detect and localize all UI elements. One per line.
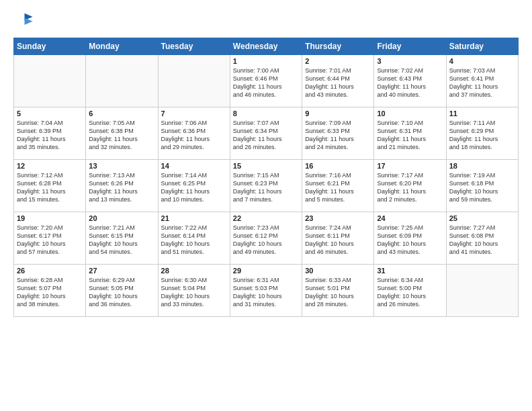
day-info: Sunrise: 7:14 AM Sunset: 6:25 PM Dayligh… [161,171,227,204]
day-info: Sunrise: 6:29 AM Sunset: 5:05 PM Dayligh… [89,276,154,309]
calendar-cell: 22Sunrise: 7:23 AM Sunset: 6:12 PM Dayli… [230,212,302,265]
day-number: 8 [233,109,299,118]
calendar-cell: 18Sunrise: 7:19 AM Sunset: 6:18 PM Dayli… [446,160,518,212]
day-number: 13 [89,162,154,170]
calendar-cell: 15Sunrise: 7:15 AM Sunset: 6:23 PM Dayli… [230,160,302,212]
day-number: 7 [161,109,227,118]
weekday-header-wednesday: Wednesday [230,38,302,55]
weekday-header-friday: Friday [374,38,446,55]
calendar-cell: 30Sunrise: 6:33 AM Sunset: 5:01 PM Dayli… [302,265,374,317]
day-info: Sunrise: 7:21 AM Sunset: 6:15 PM Dayligh… [89,224,154,257]
day-number: 16 [305,162,371,170]
day-number: 19 [17,214,83,222]
day-info: Sunrise: 7:20 AM Sunset: 6:17 PM Dayligh… [17,224,83,257]
day-info: Sunrise: 7:25 AM Sunset: 6:09 PM Dayligh… [377,224,443,257]
calendar-cell: 8Sunrise: 7:07 AM Sunset: 6:34 PM Daylig… [230,107,302,160]
day-number: 14 [161,162,227,170]
logo [13,11,36,31]
day-info: Sunrise: 7:27 AM Sunset: 6:08 PM Dayligh… [449,224,515,257]
day-number: 21 [161,214,227,222]
day-number: 31 [377,267,443,275]
day-number: 17 [377,162,443,170]
day-number: 11 [449,109,515,118]
calendar-cell [158,55,230,107]
day-number: 30 [305,267,371,275]
day-info: Sunrise: 7:19 AM Sunset: 6:18 PM Dayligh… [449,171,515,204]
calendar-body: 1Sunrise: 7:00 AM Sunset: 6:46 PM Daylig… [14,55,519,317]
day-info: Sunrise: 7:01 AM Sunset: 6:44 PM Dayligh… [305,66,371,99]
day-info: Sunrise: 7:04 AM Sunset: 6:39 PM Dayligh… [17,119,83,152]
calendar-cell: 25Sunrise: 7:27 AM Sunset: 6:08 PM Dayli… [446,212,518,265]
day-number: 28 [161,267,227,275]
calendar-week-row: 1Sunrise: 7:00 AM Sunset: 6:46 PM Daylig… [14,55,519,107]
calendar-cell: 20Sunrise: 7:21 AM Sunset: 6:15 PM Dayli… [86,212,158,265]
day-info: Sunrise: 7:24 AM Sunset: 6:11 PM Dayligh… [305,224,371,257]
calendar-cell: 31Sunrise: 6:34 AM Sunset: 5:00 PM Dayli… [374,265,446,317]
calendar-week-row: 26Sunrise: 6:28 AM Sunset: 5:07 PM Dayli… [14,265,519,317]
calendar-cell: 14Sunrise: 7:14 AM Sunset: 6:25 PM Dayli… [158,160,230,212]
svg-marker-1 [25,18,33,26]
day-number: 1 [233,57,299,65]
day-number: 27 [89,267,154,275]
calendar-cell: 9Sunrise: 7:09 AM Sunset: 6:33 PM Daylig… [302,107,374,160]
calendar-cell: 28Sunrise: 6:30 AM Sunset: 5:04 PM Dayli… [158,265,230,317]
day-info: Sunrise: 7:11 AM Sunset: 6:29 PM Dayligh… [449,119,515,152]
calendar-cell: 3Sunrise: 7:02 AM Sunset: 6:43 PM Daylig… [374,55,446,107]
day-number: 4 [449,57,515,65]
calendar-cell: 24Sunrise: 7:25 AM Sunset: 6:09 PM Dayli… [374,212,446,265]
day-info: Sunrise: 7:02 AM Sunset: 6:43 PM Dayligh… [377,66,443,99]
calendar-week-row: 5Sunrise: 7:04 AM Sunset: 6:39 PM Daylig… [14,107,519,160]
day-info: Sunrise: 7:07 AM Sunset: 6:34 PM Dayligh… [233,119,299,152]
day-info: Sunrise: 7:06 AM Sunset: 6:36 PM Dayligh… [161,119,227,152]
day-info: Sunrise: 7:23 AM Sunset: 6:12 PM Dayligh… [233,224,299,257]
calendar-cell: 21Sunrise: 7:22 AM Sunset: 6:14 PM Dayli… [158,212,230,265]
day-info: Sunrise: 6:30 AM Sunset: 5:04 PM Dayligh… [161,276,227,309]
day-number: 5 [17,109,83,118]
calendar-cell: 29Sunrise: 6:31 AM Sunset: 5:03 PM Dayli… [230,265,302,317]
calendar-cell: 6Sunrise: 7:05 AM Sunset: 6:38 PM Daylig… [86,107,158,160]
day-info: Sunrise: 7:15 AM Sunset: 6:23 PM Dayligh… [233,171,299,204]
day-number: 26 [17,267,83,275]
calendar-cell: 10Sunrise: 7:10 AM Sunset: 6:31 PM Dayli… [374,107,446,160]
calendar-cell: 1Sunrise: 7:00 AM Sunset: 6:46 PM Daylig… [230,55,302,107]
day-number: 29 [233,267,299,275]
day-info: Sunrise: 7:22 AM Sunset: 6:14 PM Dayligh… [161,224,227,257]
calendar-cell: 2Sunrise: 7:01 AM Sunset: 6:44 PM Daylig… [302,55,374,107]
day-info: Sunrise: 6:28 AM Sunset: 5:07 PM Dayligh… [17,276,83,309]
calendar-cell: 7Sunrise: 7:06 AM Sunset: 6:36 PM Daylig… [158,107,230,160]
day-number: 2 [305,57,371,65]
calendar-cell [14,55,86,107]
weekday-header-monday: Monday [86,38,158,55]
calendar-cell [446,265,518,317]
calendar-week-row: 19Sunrise: 7:20 AM Sunset: 6:17 PM Dayli… [14,212,519,265]
calendar-week-row: 12Sunrise: 7:12 AM Sunset: 6:28 PM Dayli… [14,160,519,212]
calendar-cell: 5Sunrise: 7:04 AM Sunset: 6:39 PM Daylig… [14,107,86,160]
day-info: Sunrise: 6:31 AM Sunset: 5:03 PM Dayligh… [233,276,299,309]
calendar-cell: 23Sunrise: 7:24 AM Sunset: 6:11 PM Dayli… [302,212,374,265]
calendar-cell: 13Sunrise: 7:13 AM Sunset: 6:26 PM Dayli… [86,160,158,212]
calendar-cell: 26Sunrise: 6:28 AM Sunset: 5:07 PM Dayli… [14,265,86,317]
calendar-cell: 17Sunrise: 7:17 AM Sunset: 6:20 PM Dayli… [374,160,446,212]
day-info: Sunrise: 7:16 AM Sunset: 6:21 PM Dayligh… [305,171,371,204]
day-number: 18 [449,162,515,170]
calendar-cell: 27Sunrise: 6:29 AM Sunset: 5:05 PM Dayli… [86,265,158,317]
day-number: 24 [377,214,443,222]
calendar-header: SundayMondayTuesdayWednesdayThursdayFrid… [14,38,519,55]
calendar-table: SundayMondayTuesdayWednesdayThursdayFrid… [13,38,519,317]
calendar-cell: 11Sunrise: 7:11 AM Sunset: 6:29 PM Dayli… [446,107,518,160]
weekday-header-row: SundayMondayTuesdayWednesdayThursdayFrid… [14,38,519,55]
header [13,11,519,31]
calendar-cell: 19Sunrise: 7:20 AM Sunset: 6:17 PM Dayli… [14,212,86,265]
day-info: Sunrise: 7:13 AM Sunset: 6:26 PM Dayligh… [89,171,154,204]
day-number: 23 [305,214,371,222]
day-info: Sunrise: 6:34 AM Sunset: 5:00 PM Dayligh… [377,276,443,309]
day-info: Sunrise: 6:33 AM Sunset: 5:01 PM Dayligh… [305,276,371,309]
calendar-cell: 16Sunrise: 7:16 AM Sunset: 6:21 PM Dayli… [302,160,374,212]
day-info: Sunrise: 7:17 AM Sunset: 6:20 PM Dayligh… [377,171,443,204]
weekday-header-sunday: Sunday [14,38,86,55]
day-number: 6 [89,109,154,118]
day-number: 22 [233,214,299,222]
day-number: 15 [233,162,299,170]
day-info: Sunrise: 7:00 AM Sunset: 6:46 PM Dayligh… [233,66,299,99]
day-info: Sunrise: 7:03 AM Sunset: 6:41 PM Dayligh… [449,66,515,99]
